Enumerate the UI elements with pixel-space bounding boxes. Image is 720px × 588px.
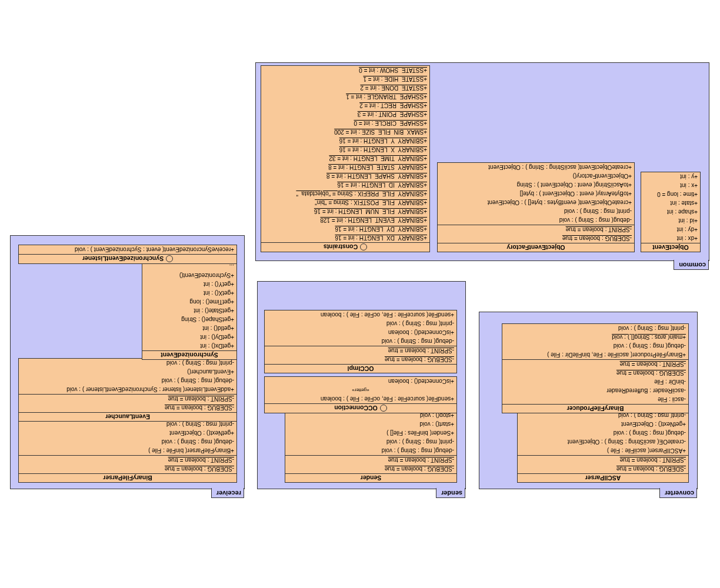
package-converter: converter ASCIIParser -SDEBUG : boolean …: [479, 312, 698, 489]
attr: +dx : int: [641, 234, 700, 243]
class-title: ObjectEvent: [641, 243, 700, 252]
class-Sender: Sender -SDEBUG : boolean = true -SPRINT …: [285, 410, 457, 483]
attr: +x : int: [641, 181, 700, 190]
attr: +time : long = 0: [641, 190, 700, 199]
op: +createObjectEvent( asciiString : String…: [438, 163, 634, 172]
attr: -SPRINT : boolean = true: [502, 360, 688, 369]
op: -createOE( asciiString : String ) : Obje…: [518, 437, 688, 446]
attr: -SDEBUG : boolean = true: [265, 355, 456, 364]
attr: -SDEBUG : boolean = true: [518, 465, 688, 473]
class-SynchronizedEventListener: SynchronizedEventListener +receiveSyncro…: [18, 245, 237, 264]
package-tab: converter: [659, 488, 697, 498]
op-section: +getDx() : int +getDy() : int +getId() :…: [142, 262, 236, 350]
attr: +SBINARY_ID_LENGTH : int = 16: [261, 181, 429, 189]
package-tab: sender: [436, 488, 465, 498]
op-section: +sendFile( sourceFile : File, ocFile : F…: [265, 377, 456, 403]
attr-section: +SBINARY_DX_LENGTH : int = 16 +SBINARY_D…: [261, 66, 429, 242]
attr: -SPRINT : boolean = true: [518, 456, 688, 465]
op: -debug( msg : String ) : void: [518, 429, 688, 437]
op: -debug( msg : String ) : void: [285, 446, 456, 455]
op: -print( msg : String ) : void: [285, 437, 456, 446]
attr: -binDir : File: [502, 377, 688, 386]
class-title: Constraints: [261, 242, 429, 252]
attr: -SDEBUG : boolean = true: [502, 369, 688, 377]
attr: +SBINARY_STATE_LENGTH : int = 8: [261, 163, 429, 172]
class-Constraints: Constraints +SBINARY_DX_LENGTH : int = 1…: [261, 65, 430, 252]
attr: +SSTATE_DONE : int = 2: [261, 83, 429, 92]
attr: +SMAX_BIN_FILE_SIZE : int = 200: [261, 128, 429, 136]
class-BinaryFileProducer: BinaryFileProducer -ascii : File -asciiR…: [502, 323, 689, 413]
class-title: OCCImpl: [265, 364, 456, 373]
attr-section: -SDEBUG : boolean = true -SPRINT : boole…: [518, 455, 688, 473]
class-EventLauncher: EventLauncher -SDEBUG : boolean = true -…: [18, 358, 237, 422]
attr: +SBINARY_Y_LENGTH : int = 16: [261, 136, 429, 145]
interface-icon: [360, 243, 367, 250]
attr: +id : int: [641, 216, 700, 225]
attr-section: -SDEBUG : boolean = true -SPRINT : boole…: [19, 455, 236, 473]
op: +getShape() : String: [142, 315, 236, 324]
attr-section: -SDEBUG : boolean = true -SPRINT : boole…: [285, 455, 456, 473]
op: +main( args : String[] ) : void: [502, 333, 688, 342]
attr: -SPRINT : boolean = true: [19, 395, 236, 403]
attr: +state : int: [641, 199, 700, 208]
op: +getX() : int: [142, 289, 236, 298]
package-common: common Constraints +SBINARY_DX_LENGTH : …: [255, 62, 709, 261]
class-BinaryFileParser: BinaryFileParser -SDEBUG : boolean = tru…: [18, 419, 237, 483]
op: +addEventListener( listener : Synchroniz…: [19, 385, 236, 394]
stereotype: «getter»: [265, 386, 456, 395]
op: +getDx() : int: [142, 342, 236, 350]
op-section: -debug( msg : String ) : void -print( ms…: [438, 163, 634, 225]
op: -debug( msg : String ) : void: [502, 342, 688, 350]
class-title: ASCIIParser: [518, 473, 688, 482]
class-ObjectEvent: ObjectEvent +dx : int +dy : int +id : in…: [641, 172, 701, 252]
attr-section: -SDEBUG : boolean = true -SPRINT : boole…: [438, 225, 634, 243]
attr: -SDEBUG : boolean = true: [285, 465, 456, 473]
op: +getId() : int: [142, 324, 236, 333]
class-title: SynchronizedEventListener: [19, 254, 236, 263]
package-tab: common: [674, 260, 709, 270]
op: +getNext() : ObjectEvent: [518, 420, 688, 429]
package-receiver: receiver BinaryFileParser -SDEBUG : bool…: [10, 235, 245, 489]
class-title: OCConnection: [265, 403, 456, 413]
class-OCConnection: OCConnection +sendFile( sourceFile : Fil…: [264, 376, 457, 413]
op: +sendFile( sourceFile : File, ocFile : F…: [265, 310, 456, 319]
op: +toByteArray( event : ObjectEvent ) : by…: [438, 189, 634, 198]
attr: +SSHAPE_CIRCLE : int = 0: [261, 119, 429, 128]
op-section: +BinaryFileParser( binFile : File ) -deb…: [19, 420, 236, 455]
op: +start() : void: [285, 420, 456, 429]
attr: +SBINARY_TIME_LENGTH : int = 32: [261, 154, 429, 163]
op: -print( msg : String ) : void: [19, 359, 236, 368]
op-section: +ASCIIParser( asciiFile : File ) -create…: [518, 411, 688, 455]
attr: -SPRINT : boolean = true: [285, 456, 456, 465]
attr: -asciiReader : BufferedReader: [502, 386, 688, 395]
attr: +shape : int: [641, 208, 700, 216]
op: +createObjectEvent( eventBytes : byte[] …: [438, 198, 634, 207]
diagram-canvas: receiver BinaryFileParser -SDEBUG : bool…: [0, 0, 720, 588]
attr-section: -SDEBUG : boolean = true -SPRINT : boole…: [19, 394, 236, 412]
op-section: +addEventListener( listener : Synchroniz…: [19, 359, 236, 394]
attr: +SBINARY_FILE_POSTFIX : String = "bin": [261, 198, 429, 207]
op: +getNext() : ObjectEvent: [19, 429, 236, 437]
op: +isConnected() : boolean: [265, 377, 456, 386]
attr: +SBINARY_DY_LENGTH : int = 16: [261, 225, 429, 233]
package-sender: sender Sender -SDEBUG : boolean = true -…: [257, 281, 466, 489]
op: +isConnected() : boolean: [265, 328, 456, 337]
attr: +SSTATE_SHOW : int = 0: [261, 66, 429, 75]
op: -print( msg : String ) : void: [438, 207, 634, 216]
op: +getY() : int: [142, 280, 236, 289]
class-title: Sender: [285, 473, 456, 482]
op-section: +BinaryFileProducer( asciiFile : File, b…: [502, 324, 688, 359]
op: +Sender( binFiles : File[] ): [285, 429, 456, 437]
attr: +SBINARY_DX_LENGTH : int = 16: [261, 233, 429, 242]
class-ASCIIParser: ASCIIParser -SDEBUG : boolean = true -SP…: [517, 410, 689, 483]
class-title: BinaryFileParser: [19, 473, 236, 482]
class-ObjectEventFactory: ObjectEventFactory -SDEBUG : boolean = t…: [437, 162, 635, 252]
op: -debug( msg : String ) : void: [438, 216, 634, 225]
attr: -SDEBUG : boolean = true: [19, 465, 236, 473]
op: -debug( msg : String ) : void: [265, 337, 456, 346]
class-title: EventLauncher: [19, 412, 236, 421]
attr: -SDEBUG : boolean = true: [19, 403, 236, 412]
attr: +SSHAPE_POINT : int = 3: [261, 110, 429, 119]
attr-section: -SDEBUG : boolean = true -SPRINT : boole…: [265, 346, 456, 364]
op: +toAsciiString( event : ObjectEvent ) : …: [438, 181, 634, 189]
